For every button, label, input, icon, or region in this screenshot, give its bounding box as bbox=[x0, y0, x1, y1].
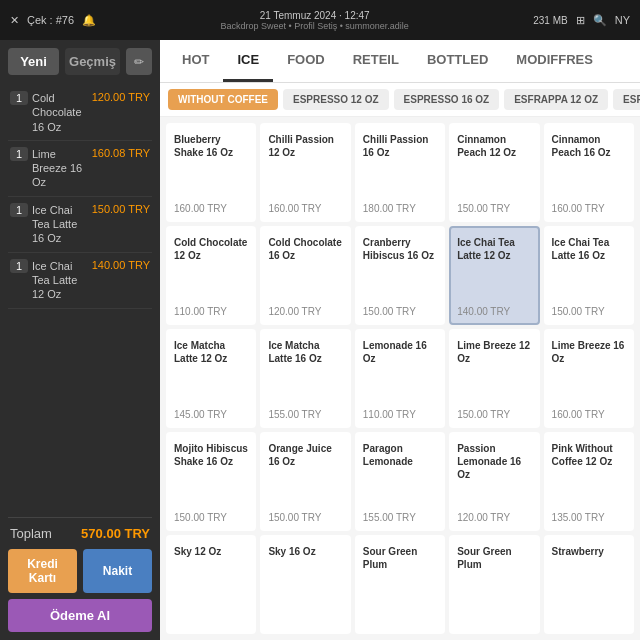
category-tab-modiffres[interactable]: MODIFFRES bbox=[502, 40, 607, 82]
product-card[interactable]: Blueberry Shake 16 Oz 160.00 TRY bbox=[166, 123, 256, 222]
product-card[interactable]: Ice Matcha Latte 12 Oz 145.00 TRY bbox=[166, 329, 256, 428]
product-card[interactable]: Sky 12 Oz bbox=[166, 535, 256, 634]
product-card[interactable]: Ice Chai Tea Latte 16 Oz 150.00 TRY bbox=[544, 226, 634, 325]
odeme-al-button[interactable]: Ödeme Al bbox=[8, 599, 152, 632]
left-panel: Yeni Geçmiş ✏ 1 Cold Chocolate 16 Oz 120… bbox=[0, 40, 160, 640]
order-item[interactable]: 1 Cold Chocolate 16 Oz 120.00 TRY bbox=[8, 85, 152, 141]
product-name: Mojito Hibiscus Shake 16 Oz bbox=[174, 442, 248, 506]
category-tab-reteil[interactable]: RETEIL bbox=[339, 40, 413, 82]
category-tab-hot[interactable]: HOT bbox=[168, 40, 223, 82]
product-name: Sky 16 Oz bbox=[268, 545, 342, 620]
order-qty: 1 bbox=[10, 203, 28, 217]
notification-icon[interactable]: 🔔 bbox=[82, 14, 96, 27]
product-card[interactable]: Strawberry bbox=[544, 535, 634, 634]
kredi-karti-button[interactable]: Kredi Kartı bbox=[8, 549, 77, 593]
product-name: Chilli Passion 16 Oz bbox=[363, 133, 437, 197]
product-grid: Blueberry Shake 16 Oz 160.00 TRY Chilli … bbox=[160, 117, 640, 640]
order-item[interactable]: 1 Ice Chai Tea Latte 12 Oz 140.00 TRY bbox=[8, 253, 152, 309]
product-price: 155.00 TRY bbox=[363, 512, 437, 523]
product-card[interactable]: Sour Green Plum bbox=[355, 535, 445, 634]
order-price: 150.00 TRY bbox=[92, 203, 150, 215]
product-card[interactable]: Lemonade 16 Oz 110.00 TRY bbox=[355, 329, 445, 428]
payment-buttons: Kredi Kartı Nakit bbox=[8, 549, 152, 593]
product-name: Paragon Lemonade bbox=[363, 442, 437, 506]
datetime-label: 21 Temmuz 2024 · 12:47 bbox=[260, 10, 370, 21]
product-price: 160.00 TRY bbox=[552, 203, 626, 214]
product-price: 150.00 TRY bbox=[552, 306, 626, 317]
product-name: Cranberry Hibiscus 16 Oz bbox=[363, 236, 437, 300]
sub-tab-without-coffee[interactable]: WITHOUT COFFEE bbox=[168, 89, 278, 110]
product-name: Strawberry bbox=[552, 545, 626, 620]
order-list: 1 Cold Chocolate 16 Oz 120.00 TRY 1 Lime… bbox=[8, 85, 152, 517]
grid-icon[interactable]: ⊞ bbox=[576, 14, 585, 27]
product-name: Lime Breeze 16 Oz bbox=[552, 339, 626, 403]
product-name: Pink Without Coffee 12 Oz bbox=[552, 442, 626, 506]
product-price: 150.00 TRY bbox=[174, 512, 248, 523]
search-icon[interactable]: 🔍 bbox=[593, 14, 607, 27]
product-card[interactable]: Cinnamon Peach 12 Oz 150.00 TRY bbox=[449, 123, 539, 222]
tab-history[interactable]: Geçmiş bbox=[65, 48, 120, 75]
product-name: Sky 12 Oz bbox=[174, 545, 248, 620]
order-price: 120.00 TRY bbox=[92, 91, 150, 103]
product-card[interactable]: Mojito Hibiscus Shake 16 Oz 150.00 TRY bbox=[166, 432, 256, 531]
product-name: Blueberry Shake 16 Oz bbox=[174, 133, 248, 197]
product-name: Cold Chocolate 12 Oz bbox=[174, 236, 248, 300]
subtitle-label: Backdrop Sweet • Profil Setiş • summoner… bbox=[220, 21, 408, 31]
sub-tabs: WITHOUT COFFEEESPRESSO 12 OZESPRESSO 16 … bbox=[160, 83, 640, 117]
order-qty: 1 bbox=[10, 91, 28, 105]
product-card[interactable]: Sour Green Plum bbox=[449, 535, 539, 634]
sub-tab-esfrappa-12-oz[interactable]: ESFRAPPA 12 OZ bbox=[504, 89, 608, 110]
product-card[interactable]: Cold Chocolate 12 Oz 110.00 TRY bbox=[166, 226, 256, 325]
order-name: Ice Chai Tea Latte 16 Oz bbox=[32, 203, 88, 246]
product-name: Ice Matcha Latte 16 Oz bbox=[268, 339, 342, 403]
product-card[interactable]: Ice Matcha Latte 16 Oz 155.00 TRY bbox=[260, 329, 350, 428]
sub-tab-espresso-12-oz[interactable]: ESPRESSO 12 OZ bbox=[283, 89, 389, 110]
product-card[interactable]: Sky 16 Oz bbox=[260, 535, 350, 634]
product-card[interactable]: Ice Chai Tea Latte 12 Oz 140.00 TRY bbox=[449, 226, 539, 325]
product-name: Ice Chai Tea Latte 12 Oz bbox=[457, 236, 531, 300]
category-tab-bottled[interactable]: BOTTLED bbox=[413, 40, 502, 82]
product-card[interactable]: Passion Lemonade 16 Oz 120.00 TRY bbox=[449, 432, 539, 531]
order-name: Cold Chocolate 16 Oz bbox=[32, 91, 88, 134]
product-name: Sour Green Plum bbox=[363, 545, 437, 620]
product-name: Lime Breeze 12 Oz bbox=[457, 339, 531, 403]
product-price: 135.00 TRY bbox=[552, 512, 626, 523]
product-card[interactable]: Pink Without Coffee 12 Oz 135.00 TRY bbox=[544, 432, 634, 531]
product-card[interactable]: Chilli Passion 12 Oz 160.00 TRY bbox=[260, 123, 350, 222]
product-card[interactable]: Cinnamon Peach 16 Oz 160.00 TRY bbox=[544, 123, 634, 222]
category-tab-food[interactable]: FOOD bbox=[273, 40, 339, 82]
top-bar-right: 231 MB ⊞ 🔍 NY bbox=[533, 14, 630, 27]
product-name: Cold Chocolate 16 Oz bbox=[268, 236, 342, 300]
product-card[interactable]: Paragon Lemonade 155.00 TRY bbox=[355, 432, 445, 531]
memory-label: 231 MB bbox=[533, 15, 567, 26]
order-qty: 1 bbox=[10, 259, 28, 273]
product-card[interactable]: Cranberry Hibiscus 16 Oz 150.00 TRY bbox=[355, 226, 445, 325]
user-label: NY bbox=[615, 14, 630, 26]
sub-tab-espresso-16-oz[interactable]: ESPRESSO 16 OZ bbox=[394, 89, 500, 110]
product-card[interactable]: Lime Breeze 16 Oz 160.00 TRY bbox=[544, 329, 634, 428]
order-item[interactable]: 1 Ice Chai Tea Latte 16 Oz 150.00 TRY bbox=[8, 197, 152, 253]
order-item[interactable]: 1 Lime Breeze 16 Oz 160.08 TRY bbox=[8, 141, 152, 197]
order-name: Ice Chai Tea Latte 12 Oz bbox=[32, 259, 88, 302]
product-price: 160.00 TRY bbox=[552, 409, 626, 420]
product-price: 120.00 TRY bbox=[457, 512, 531, 523]
product-name: Passion Lemonade 16 Oz bbox=[457, 442, 531, 506]
nakit-button[interactable]: Nakit bbox=[83, 549, 152, 593]
order-qty: 1 bbox=[10, 147, 28, 161]
edit-button[interactable]: ✏ bbox=[126, 48, 152, 75]
product-card[interactable]: Orange Juice 16 Oz 150.00 TRY bbox=[260, 432, 350, 531]
product-name: Cinnamon Peach 16 Oz bbox=[552, 133, 626, 197]
sub-tab-esfrappa-16-oz[interactable]: ESFRAPPA 16 OZ bbox=[613, 89, 640, 110]
product-name: Ice Matcha Latte 12 Oz bbox=[174, 339, 248, 403]
right-panel: HOTICEFOODRETEILBOTTLEDMODIFFRES WITHOUT… bbox=[160, 40, 640, 640]
top-bar: ✕ Çek : #76 🔔 21 Temmuz 2024 · 12:47 Bac… bbox=[0, 0, 640, 40]
product-card[interactable]: Lime Breeze 12 Oz 150.00 TRY bbox=[449, 329, 539, 428]
tab-new[interactable]: Yeni bbox=[8, 48, 59, 75]
product-name: Sour Green Plum bbox=[457, 545, 531, 620]
product-name: Lemonade 16 Oz bbox=[363, 339, 437, 403]
panel-tabs: Yeni Geçmiş ✏ bbox=[8, 48, 152, 75]
product-card[interactable]: Chilli Passion 16 Oz 180.00 TRY bbox=[355, 123, 445, 222]
category-tab-ice[interactable]: ICE bbox=[223, 40, 273, 82]
close-icon[interactable]: ✕ bbox=[10, 14, 19, 27]
product-card[interactable]: Cold Chocolate 16 Oz 120.00 TRY bbox=[260, 226, 350, 325]
